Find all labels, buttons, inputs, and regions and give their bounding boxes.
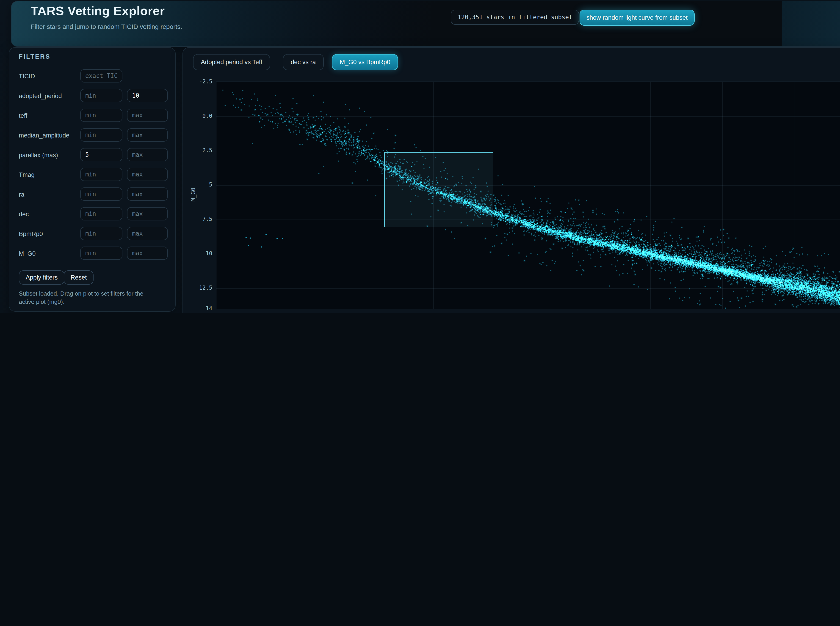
filter-input-min[interactable]	[80, 227, 122, 240]
filter-label: teff	[19, 109, 27, 123]
filter-label: TICID	[19, 69, 35, 83]
filter-input-min[interactable]	[80, 128, 122, 142]
apply-filters-button[interactable]: Apply filters	[19, 271, 65, 285]
y-tick-label: 2.5	[186, 147, 212, 153]
filter-input-max[interactable]	[127, 148, 168, 161]
y-tick-label: 12.5	[186, 285, 212, 291]
show-random-light-curve-button[interactable]: show random light curve from subset	[580, 9, 694, 26]
filter-input-min[interactable]	[80, 89, 122, 102]
filter-row-dec: dec	[9, 207, 175, 221]
filter-row-adopted-period: adopted_period	[9, 89, 175, 103]
tab-adopted-period-vs-teff[interactable]: Adopted period vs Teff	[193, 54, 270, 70]
filter-input-max[interactable]	[127, 188, 168, 201]
filter-row-bpmrp0: BpmRp0	[9, 227, 175, 241]
filter-input-min[interactable]	[80, 188, 122, 201]
scatter-plot-canvas[interactable]	[216, 82, 840, 309]
y-tick-label: 0.0	[186, 113, 212, 119]
filter-input-max[interactable]	[127, 227, 168, 240]
selection-box[interactable]	[384, 152, 494, 227]
filter-input-max[interactable]	[127, 109, 168, 122]
filter-input-max[interactable]	[127, 89, 168, 102]
filter-label: ra	[19, 188, 24, 202]
tab-dec-vs-ra[interactable]: dec vs ra	[283, 54, 324, 70]
header-right-glow	[782, 2, 840, 46]
filter-label: M_G0	[19, 247, 36, 261]
x-tick-label: 3.5	[780, 312, 808, 313]
x-tick-label: 1	[419, 312, 447, 313]
filter-label: median_amplitude	[19, 128, 69, 142]
x-tick-label: 3	[708, 312, 736, 313]
filter-label: adopted_period	[19, 89, 62, 103]
filter-label: BpmRp0	[19, 227, 43, 241]
filter-input-min[interactable]	[80, 69, 122, 83]
page-title: TARS Vetting Explorer	[31, 4, 165, 18]
filter-input-min[interactable]	[80, 109, 122, 122]
tab-m-g0-vs-bpmrp0[interactable]: M_G0 vs BpmRp0	[332, 54, 398, 70]
plot-area	[216, 81, 840, 309]
filter-row-tmag: Tmag	[9, 168, 175, 182]
header-bar: TARS Vetting Explorer Filter stars and j…	[11, 1, 840, 47]
filter-label: parallax (mas)	[19, 148, 58, 162]
page-subtitle: Filter stars and jump to random TICID ve…	[31, 23, 182, 30]
filter-input-max[interactable]	[127, 168, 168, 181]
plot-panel: Adopted period vs Teffdec vs raM_G0 vs B…	[182, 47, 840, 313]
filter-row-ticid: TICID	[9, 69, 175, 83]
x-tick-label: 0.0	[274, 312, 302, 313]
filter-input-min[interactable]	[80, 148, 122, 161]
filter-status-text: Subset loaded. Drag on plot to set filte…	[19, 290, 156, 306]
x-tick-label: 2	[564, 312, 591, 313]
y-axis-label: M_G0	[190, 181, 196, 208]
y-tick-label: -2.5	[186, 78, 212, 85]
x-tick-label: 2.5	[636, 312, 663, 313]
filter-input-min[interactable]	[80, 207, 122, 221]
x-tick-label: 0.5	[347, 312, 375, 313]
filter-row-parallax-mas-: parallax (mas)	[9, 148, 175, 162]
filter-input-max[interactable]	[127, 128, 168, 142]
filters-panel: FILTERS TICIDadopted_periodteffmedian_am…	[9, 47, 176, 311]
y-tick-label: 14	[186, 305, 212, 311]
filtered-subset-count-badge: 120,351 stars in filtered subset	[451, 9, 579, 25]
filter-input-min[interactable]	[80, 168, 122, 181]
filter-row-teff: teff	[9, 109, 175, 123]
reset-filters-button[interactable]: Reset	[64, 271, 94, 285]
app-root: TARS Vetting Explorer Filter stars and j…	[0, 0, 840, 313]
filter-input-max[interactable]	[127, 247, 168, 260]
filter-label: dec	[19, 207, 29, 221]
filter-input-min[interactable]	[80, 247, 122, 260]
x-tick-label: -0.5	[202, 312, 230, 313]
y-tick-label: 10	[186, 250, 212, 257]
filter-row-ra: ra	[9, 188, 175, 202]
filter-label: Tmag	[19, 168, 34, 182]
x-tick-label: 1.5	[491, 312, 519, 313]
y-tick-label: 7.5	[186, 216, 212, 222]
filter-row-m-g0: M_G0	[9, 247, 175, 261]
filters-heading: FILTERS	[19, 53, 51, 60]
filter-input-max[interactable]	[127, 207, 168, 221]
filter-row-median-amplitude: median_amplitude	[9, 128, 175, 142]
